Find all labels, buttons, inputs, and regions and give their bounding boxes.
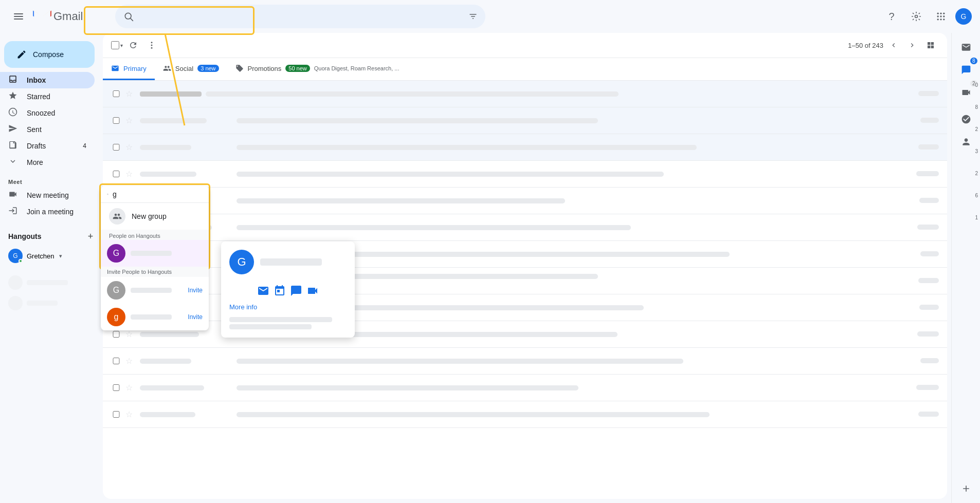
- email-row-13[interactable]: ☆: [103, 401, 947, 428]
- select-all-checkbox-area[interactable]: ▾: [111, 41, 123, 49]
- right-panel-add-icon[interactable]: [956, 478, 976, 499]
- row-2-checkbox[interactable]: [111, 117, 121, 124]
- hangouts-invite-person-1[interactable]: G Invite: [101, 277, 209, 304]
- row-12-checkbox[interactable]: [111, 384, 121, 391]
- sidebar-item-drafts[interactable]: Drafts 4: [0, 138, 95, 154]
- row-1-date: [898, 90, 939, 98]
- compose-icon: [16, 49, 27, 60]
- right-panel-tasks-icon[interactable]: [956, 109, 976, 129]
- email-row-1[interactable]: ☆: [103, 81, 947, 107]
- invite-2-link[interactable]: Invite: [188, 313, 203, 321]
- invite-1-link[interactable]: Invite: [188, 287, 203, 294]
- inbox-icon: [8, 74, 19, 86]
- row-11-snippet: [237, 359, 894, 364]
- row-13-checkbox[interactable]: [111, 411, 121, 418]
- count-0: 0: [975, 82, 978, 88]
- more-options-button[interactable]: [143, 37, 160, 53]
- gretchen-dropdown: ▾: [59, 253, 62, 259]
- sidebar-item-snoozed[interactable]: Snoozed: [0, 105, 95, 121]
- svg-point-6: [937, 13, 939, 14]
- hangouts-search-input-row: [101, 186, 209, 203]
- hangouts-section: Hangouts + G Gretchen ▾: [0, 224, 103, 267]
- row-10-checkbox[interactable]: [111, 331, 121, 338]
- invite-person-2-name-blurred: [131, 314, 172, 320]
- hangouts-invite-person-2[interactable]: g Invite: [101, 304, 209, 330]
- compose-button[interactable]: Compose: [4, 41, 95, 68]
- row-4-checkbox[interactable]: [111, 171, 121, 177]
- email-row-6[interactable]: ☆: [103, 214, 947, 241]
- hamburger-button[interactable]: [8, 6, 29, 27]
- sidebar: Compose Inbox Starred Snoozed Sent: [0, 33, 103, 503]
- select-all-checkbox[interactable]: [111, 41, 119, 49]
- search-bar[interactable]: g: [115, 5, 485, 28]
- row-1-checkbox[interactable]: [111, 90, 121, 97]
- search-icon: [123, 11, 134, 22]
- search-input[interactable]: g: [138, 12, 469, 21]
- sidebar-item-starred[interactable]: Starred: [0, 88, 95, 105]
- more-icon: [8, 157, 19, 169]
- tab-promotions[interactable]: Promotions 50 new Quora Digest, Roam Res…: [227, 58, 408, 80]
- sidebar-item-join-meeting[interactable]: Join a meeting: [0, 203, 95, 220]
- row-12-star[interactable]: ☆: [125, 383, 136, 393]
- sidebar-item-more[interactable]: More: [0, 154, 95, 171]
- contact-mail-button[interactable]: [257, 285, 269, 297]
- hangout-user-gretchen[interactable]: G Gretchen ▾: [0, 247, 95, 265]
- user-avatar-button[interactable]: G: [955, 8, 972, 25]
- hangouts-title: Hangouts: [8, 232, 42, 240]
- hangouts-search-text-input[interactable]: [113, 190, 203, 198]
- view-toggle-button[interactable]: [922, 37, 939, 53]
- hangouts-add-button[interactable]: +: [82, 228, 99, 245]
- contact-actions: [229, 281, 347, 301]
- contact-video-button[interactable]: [306, 285, 319, 297]
- row-3-sender: [140, 145, 232, 150]
- next-page-button[interactable]: [904, 37, 920, 53]
- right-panel-counts: 0 8 2 3 2 6 1: [975, 82, 978, 220]
- row-7-date: [898, 251, 939, 258]
- contact-chat-button[interactable]: [290, 285, 302, 297]
- more-info-button[interactable]: More info: [229, 301, 257, 313]
- row-1-star[interactable]: ☆: [125, 89, 136, 99]
- select-all-dropdown[interactable]: ▾: [120, 43, 123, 48]
- row-4-star[interactable]: ☆: [125, 169, 136, 179]
- new-group-icon: [109, 208, 125, 225]
- email-row-12[interactable]: ☆: [103, 375, 947, 401]
- email-row-4[interactable]: ☆: [103, 161, 947, 188]
- row-3-star[interactable]: ☆: [125, 142, 136, 152]
- email-row-3[interactable]: ☆: [103, 134, 947, 161]
- tab-social[interactable]: Social 3 new: [155, 58, 227, 80]
- help-button[interactable]: ?: [881, 6, 902, 27]
- row-3-checkbox[interactable]: [111, 144, 121, 151]
- promotions-tab-preview: Quora Digest, Roam Research, ...: [314, 65, 400, 71]
- settings-button[interactable]: [906, 6, 927, 27]
- row-10-star[interactable]: ☆: [125, 329, 136, 339]
- right-panel-mail-icon[interactable]: [956, 37, 976, 58]
- row-2-star[interactable]: ☆: [125, 116, 136, 125]
- invite-person-1-avatar: G: [107, 281, 125, 300]
- sidebar-item-sent[interactable]: Sent: [0, 121, 95, 138]
- row-11-star[interactable]: ☆: [125, 356, 136, 366]
- email-row-11[interactable]: ☆: [103, 348, 947, 375]
- email-row-5[interactable]: ☆: [103, 188, 947, 214]
- gretchen-name: Gretchen: [27, 252, 54, 260]
- tab-primary[interactable]: Primary: [103, 58, 155, 80]
- row-8-date: [898, 277, 939, 285]
- sidebar-item-new-meeting[interactable]: New meeting: [0, 187, 95, 203]
- new-group-item[interactable]: New group: [101, 203, 209, 230]
- primary-tab-icon: [111, 64, 119, 72]
- svg-point-11: [943, 15, 945, 17]
- prev-page-button[interactable]: [885, 37, 902, 53]
- apps-button[interactable]: [931, 6, 951, 27]
- social-tab-icon: [163, 64, 171, 72]
- right-panel-contacts-icon[interactable]: [956, 132, 976, 152]
- refresh-button[interactable]: [125, 37, 141, 53]
- sidebar-item-inbox[interactable]: Inbox: [0, 72, 95, 88]
- search-options-icon[interactable]: [469, 12, 477, 21]
- drafts-label: Drafts: [27, 142, 75, 150]
- row-11-checkbox[interactable]: [111, 358, 121, 364]
- email-row-2[interactable]: ☆: [103, 107, 947, 134]
- contact-card-popup: G More info: [221, 241, 355, 338]
- row-13-star[interactable]: ☆: [125, 409, 136, 419]
- invite-person-1-name-blurred: [131, 288, 172, 293]
- contact-calendar-button[interactable]: [274, 285, 286, 297]
- hangouts-person-1[interactable]: G: [101, 240, 209, 267]
